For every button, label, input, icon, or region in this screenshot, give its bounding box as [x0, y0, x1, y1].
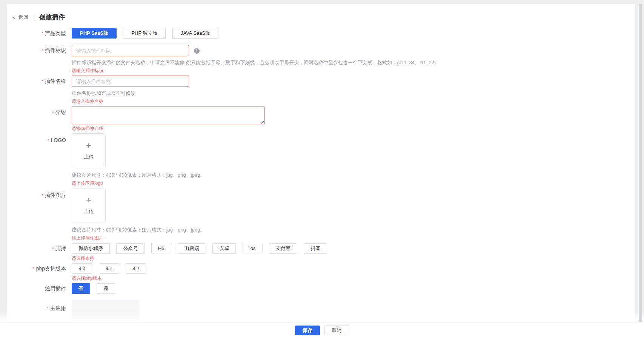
plugin-image-helper: 建议图片尺寸：800 * 800像素；图片格式：jpg、png、jpeg。 — [72, 227, 624, 233]
logo-upload-label: 上传 — [84, 153, 94, 160]
form-group-support: 支持 微信小程序 公众号 H5 电脑端 安卓 ios 支付宝 抖音 请选择支持 — [14, 243, 624, 262]
page-header: 返回 创建插件 — [14, 13, 624, 22]
universal-option-yes[interactable]: 是 — [97, 283, 115, 294]
support-option-wechat-mini[interactable]: 微信小程序 — [72, 243, 110, 254]
form-group-intro: 介绍 请添加插件介绍 — [14, 106, 624, 132]
plugin-key-input[interactable] — [72, 45, 189, 56]
plugin-image-error: 请上传插件图片 — [72, 235, 624, 241]
back-label: 返回 — [18, 14, 28, 21]
support-error: 请选择支持 — [72, 255, 624, 262]
product-type-option-php-saas[interactable]: PHP SaaS版 — [72, 28, 117, 39]
php-version-error: 请选择php版本 — [72, 275, 624, 282]
plugin-key-helper: 插件标识指开发插件的文件夹名称，申请之后不能修改(只能包括字母、数字和下划线，且… — [72, 59, 624, 66]
php-version-option-80[interactable]: 8.0 — [72, 263, 92, 274]
support-option-ios[interactable]: ios — [243, 243, 263, 253]
php-version-option-82[interactable]: 8.2 — [126, 263, 146, 274]
vertical-scrollbar-thumb[interactable] — [639, 4, 642, 322]
form-group-logo: LOGO + 上传 建议图片尺寸：400 * 400像素；图片格式：jpg、pn… — [14, 133, 624, 187]
universal-label: 通用插件 — [14, 283, 72, 294]
logo-helper: 建议图片尺寸：400 * 400像素；图片格式：jpg、png、jpeg。 — [72, 172, 624, 179]
support-option-h5[interactable]: H5 — [151, 243, 171, 253]
intro-textarea[interactable] — [72, 106, 265, 124]
plugin-name-input[interactable] — [72, 76, 189, 87]
create-plugin-page: 返回 创建插件 产品类型 PHP SaaS版 PHP 独立版 JAVA SaaS… — [0, 0, 644, 338]
intro-label: 介绍 — [14, 106, 72, 132]
header-divider — [34, 14, 34, 20]
plugin-name-helper: 插件名称添加完成后不可修改 — [72, 90, 624, 97]
plugin-name-error: 请输入插件名称 — [72, 98, 624, 105]
php-version-label: php支持版本 — [14, 263, 72, 282]
support-option-douyin[interactable]: 抖音 — [304, 243, 327, 254]
universal-option-no[interactable]: 否 — [72, 283, 90, 294]
product-type-option-java-saas[interactable]: JAVA SaaS版 — [172, 28, 218, 39]
page-title: 创建插件 — [39, 13, 65, 22]
create-plugin-form: 产品类型 PHP SaaS版 PHP 独立版 JAVA SaaS版 插件标识 — [14, 28, 624, 338]
form-group-plugin-name: 插件名称 插件名称添加完成后不可修改 请输入插件名称 — [14, 76, 624, 105]
save-button[interactable]: 保存 — [295, 326, 320, 335]
form-group-plugin-image: 插件图片 + 上传 建议图片尺寸：800 * 800像素；图片格式：jpg、pn… — [14, 188, 624, 241]
support-option-official-account[interactable]: 公众号 — [116, 243, 144, 254]
product-type-label: 产品类型 — [14, 28, 72, 39]
logo-label: LOGO — [14, 133, 72, 187]
product-type-option-php-standalone[interactable]: PHP 独立版 — [123, 28, 166, 39]
plus-icon: + — [86, 141, 91, 150]
back-button[interactable]: 返回 — [14, 14, 28, 21]
content-card: 返回 创建插件 产品类型 PHP SaaS版 PHP 独立版 JAVA SaaS… — [7, 4, 635, 338]
warning-icon: ! — [194, 48, 200, 54]
plugin-name-label: 插件名称 — [14, 76, 72, 105]
plus-icon: + — [86, 196, 91, 205]
plugin-image-upload[interactable]: + 上传 — [72, 188, 106, 222]
support-option-alipay[interactable]: 支付宝 — [269, 243, 297, 254]
plugin-key-label: 插件标识 — [14, 45, 72, 74]
form-group-universal: 通用插件 否 是 — [14, 283, 624, 294]
php-version-option-81[interactable]: 8.1 — [99, 263, 119, 274]
back-chevron-icon — [13, 15, 17, 19]
logo-upload[interactable]: + 上传 — [72, 133, 106, 167]
support-option-pc[interactable]: 电脑端 — [178, 243, 206, 254]
cancel-button[interactable]: 取消 — [324, 326, 349, 335]
support-option-android[interactable]: 安卓 — [212, 243, 236, 254]
plugin-image-upload-label: 上传 — [84, 208, 94, 215]
form-group-php-version: php支持版本 8.0 8.1 8.2 请选择php版本 — [14, 263, 624, 282]
support-label: 支持 — [14, 243, 72, 262]
plugin-key-error: 请输入插件标识 — [72, 68, 624, 74]
footer-bar: 保存 取消 — [0, 323, 644, 338]
intro-error: 请添加插件介绍 — [72, 125, 624, 132]
form-group-plugin-key: 插件标识 ! 插件标识指开发插件的文件夹名称，申请之后不能修改(只能包括字母、数… — [14, 45, 624, 74]
form-group-product-type: 产品类型 PHP SaaS版 PHP 独立版 JAVA SaaS版 — [14, 28, 624, 39]
logo-error: 请上传应用logo — [72, 180, 624, 187]
plugin-image-label: 插件图片 — [14, 188, 72, 241]
